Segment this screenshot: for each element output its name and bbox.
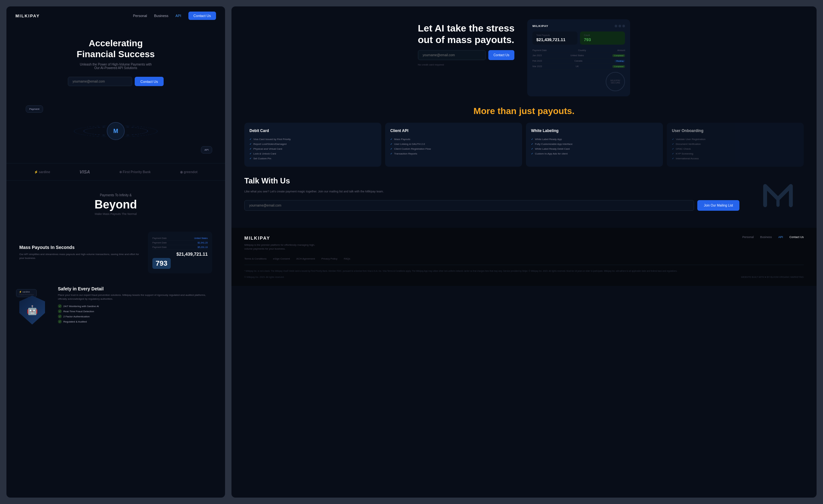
widget-bottom: MILKIPAYSECURE [532,72,625,91]
safety-desc: Place your trust in our expert fraud pre… [58,293,212,301]
nav-link-personal[interactable]: Personal [133,14,147,18]
talk-title: Talk With Us [244,176,739,185]
check-icon: ✓ [58,320,62,323]
milkipay-hero-email-input[interactable] [418,50,486,60]
hero-cta-button[interactable]: Contact Us [135,77,164,86]
safety-text: Safety in Every Detail Place your trust … [58,286,212,324]
partner-greendot: ◉ greendot [180,170,198,174]
widget-table-inner: Payment DateCountryAmount Jan 2023United… [532,48,625,69]
nav-links: Personal Business API Contact Us [133,12,216,20]
feature-card-title: Debit Card [250,129,376,133]
footer-faqs[interactable]: FAQs [344,257,350,260]
feature-card-api: Client API ✓Mass Payouts ✓User Linking &… [385,123,522,167]
feature-card-onboarding: User Onboarding ✓Validate User Registrat… [667,123,804,167]
mass-payouts-section: Mass Payouts In Seconds Our API simplifi… [6,225,225,280]
hero-section: AcceleratingFinancial Success Unleash th… [6,25,225,99]
widget-header: MILKIPAY [532,24,625,28]
milkipay-hero-cta-button[interactable]: Contact Us [488,50,514,60]
widget-logo: MILKIPAY [532,24,548,28]
widget-dot [619,25,621,27]
more-than-section: More than just payouts. [231,96,817,123]
milkipay-big-logo-icon [759,176,797,215]
hero-email-input[interactable] [68,77,132,86]
footer-disclaimer: * Milkipay Inc. is not a bank. The Milki… [244,269,804,273]
wt-row-header: Payment DateCountryAmount [532,48,625,53]
partner-sardine: ⚡ sardine [34,170,50,174]
shield-icon: 🤖 [19,295,45,324]
logo-center: M [107,122,125,140]
beyond-subtitle: Payments To Infinity & [19,193,212,197]
footer-link-api[interactable]: API [778,235,783,239]
feature-item: ✓Validate User Registration [672,137,799,142]
footer-ach[interactable]: ACH Agreement [296,257,315,260]
mass-payouts-title: Mass Payouts In Seconds [19,245,142,250]
hero-illustration: M Payment API [6,102,225,160]
right-panel: Let AI take the stressout of mass payout… [231,6,817,498]
footer-built-by: WEBSITE BUILT WITH ♥ BY BLOOM ORGANIC MA… [741,276,804,278]
feature-item: ✓Mass Payouts [390,137,517,142]
partners-section: ⚡ sardine VISA ⊕ First Priority Bank ◉ g… [6,163,225,181]
beyond-title: Beyond [19,199,212,210]
feature-list: ✓White Label Ready App ✓Fully Customizab… [531,137,658,156]
footer-nav-links: Personal Business API Contact Us [742,235,804,239]
footer-contact-button[interactable]: Contact Us [789,235,804,239]
section-beyond: Payments To Infinity & Beyond Make Mass … [6,184,225,225]
widget-count-value: 793 [584,37,621,42]
widget-dot [615,25,617,27]
talk-form: Join Our Mailing List [244,200,739,211]
footer-esign[interactable]: eSign Consent [273,257,290,260]
footer-top: MILKIPAY Milkipay is the premier platfor… [244,235,804,251]
feature-item: ✓Fully Customizable App Interface [531,142,658,147]
check-icon: ✓ [58,314,62,318]
hero-form: Contact Us [15,77,216,86]
footer: MILKIPAY Milkipay is the premier platfor… [231,228,817,286]
feature-cards: Debit Card ✓Visa Card Issued by First Pr… [231,123,817,167]
hero-subtitle: Unleash the Power of High-Volume Payment… [15,63,216,70]
wt-badge-completed: Completed [613,54,625,57]
logo-m-icon: M [114,128,118,135]
feature-card-whitelabel: White Labeling ✓White Label Ready App ✓F… [526,123,663,167]
feature-item: ✓Physical and Virtual Card [250,147,376,151]
checklist-item: ✓2 Factor Authentication [58,314,212,319]
feature-item: ✓Visa Card Issued by First Priority [250,137,376,142]
feature-item: ✓User Linking & OAUTH 2.0 [390,142,517,147]
wt-badge-completed2: Completed [613,65,625,68]
safety-checklist: ✓24/7 Monitoring with Sardine AI ✓Real-T… [58,303,212,324]
feature-card-title: User Onboarding [672,129,799,133]
talk-email-input[interactable] [244,200,694,211]
partner-visa: VISA [79,169,90,175]
widget-row: Payment DateUnited States [152,236,208,241]
talk-cta-button[interactable]: Join Our Mailing List [697,200,739,211]
wt-badge-pending: Pending [615,60,625,62]
footer-copyright: © Milkipay Inc. 2023. All rights reserve… [244,276,804,278]
checklist-item: ✓Real-Time Fraud Detection [58,309,212,314]
feature-item: ✓Client Custom Registration Flow [390,147,517,151]
check-icon: ✓ [58,309,62,313]
widget-row: Payment Date$5,231.13 [152,245,208,250]
more-than-highlight: just [519,106,535,116]
footer-brand: MILKIPAY Milkipay is the premier platfor… [244,235,321,251]
footer-link-personal[interactable]: Personal [742,235,754,239]
float-card-1: Payment [26,105,43,113]
talk-right [752,176,804,215]
widget-controls [615,25,625,27]
feature-item: ✓KYP Screening [672,151,799,156]
nav-cta-button[interactable]: Contact Us [188,12,216,20]
widget-amount-label: Total Payouts [536,34,573,36]
wt-row: Jan 2023United StatesCompleted [532,53,625,58]
footer-terms[interactable]: Terms & Conditions [244,257,267,260]
mass-payouts-widget: Payment DateUnited States Payment Date$2… [148,232,212,273]
nav-link-api[interactable]: API [176,14,181,18]
feature-item: ✓Custom In-App Ads for client [531,151,658,156]
milkipay-widget: MILKIPAY Total Payouts $21,439,721.11 Co… [527,19,630,96]
nav-link-business[interactable]: Business [154,14,168,18]
footer-link-business[interactable]: Business [760,235,772,239]
safety-icon: ⚡ sardineFraud Prevention 🤖 [19,289,51,321]
left-panel: MILKIPAY Personal Business API Contact U… [6,6,225,498]
feature-item: ✓Document Verification [672,142,799,147]
milkipay-hero-form: Contact Us [418,50,515,60]
widget-table: Payment DateUnited States Payment Date$2… [152,236,208,250]
footer-copy-text: © Milkipay Inc. 2023. All rights reserve… [244,276,285,278]
footer-privacy[interactable]: Privacy Policy [321,257,338,260]
footer-brand-desc: Milkipay is the premier platform for eff… [244,243,321,251]
